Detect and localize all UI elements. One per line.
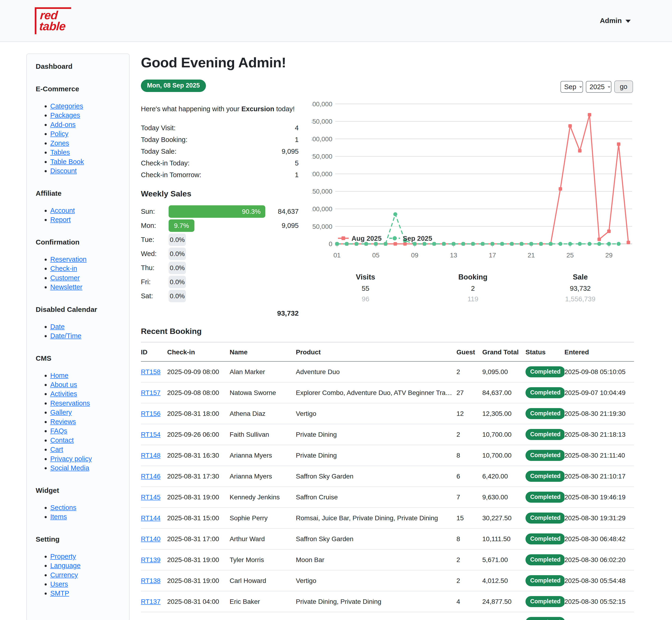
sidebar-list-item: Discount (50, 167, 125, 174)
chart-column: Sep 2025 go 050,000100,000150,000200,000… (312, 80, 634, 317)
sidebar-link-sections[interactable]: Sections (50, 504, 76, 511)
x-axis-label: 17 (489, 252, 496, 259)
table-header-row: ID Check-in Name Product Guest Grand Tot… (141, 342, 634, 361)
sidebar-link-date[interactable]: Date (50, 323, 64, 330)
booking-id-link[interactable]: RT146 (141, 473, 160, 480)
sidebar-link-contact[interactable]: Contact (50, 436, 74, 444)
admin-menu[interactable]: Admin (600, 17, 631, 24)
sidebar-item-dashboard[interactable]: Dashboard (36, 62, 125, 70)
sidebar-link-smtp[interactable]: SMTP (50, 589, 69, 597)
sidebar-link-policy[interactable]: Policy (50, 130, 68, 138)
cell-name: Kennedy Jenkins (230, 487, 296, 508)
sidebar-link-gallery[interactable]: Gallery (50, 409, 72, 416)
booking-id-link[interactable]: RT136 (141, 619, 160, 620)
sidebar-link-tables[interactable]: Tables (50, 149, 70, 156)
sidebar-link-account[interactable]: Account (50, 207, 75, 214)
month-select[interactable]: Sep (561, 81, 583, 93)
sidebar-link-privacy-policy[interactable]: Privacy policy (50, 455, 92, 463)
booking-id-link[interactable]: RT144 (141, 514, 160, 522)
cell-status: Completed (526, 528, 565, 549)
legend-aug-marker (341, 236, 345, 240)
summary-value: 55 (312, 285, 419, 293)
cell-guest: 2 (457, 424, 482, 445)
status-badge: Completed (526, 408, 565, 419)
sidebar-link-reservation[interactable]: Reservation (50, 256, 87, 263)
sidebar-link-faqs[interactable]: FAQs (50, 427, 67, 434)
status-badge: Completed (526, 575, 565, 586)
sidebar-link-newsletter[interactable]: Newsletter (50, 283, 83, 291)
weekly-bar-label: Mon: (141, 222, 169, 229)
weekly-bar-value: 84,637 (277, 208, 299, 215)
go-button[interactable]: go (614, 81, 633, 93)
cell-status: Completed (526, 570, 565, 591)
booking-id-link[interactable]: RT137 (141, 598, 160, 605)
sidebar-link-reviews[interactable]: Reviews (50, 418, 76, 425)
booking-id-link[interactable]: RT145 (141, 494, 160, 501)
data-point (364, 242, 368, 246)
booking-id-link[interactable]: RT139 (141, 556, 160, 563)
cell-product: Saffron Cruise (296, 487, 457, 508)
sidebar-link-packages[interactable]: Packages (50, 111, 80, 119)
sidebar-link-items[interactable]: Items (50, 513, 67, 520)
sidebar-link-reservations[interactable]: Reservations (50, 399, 90, 407)
data-point (490, 242, 494, 246)
intro-text: Here's what happening with your Excursio… (141, 105, 299, 113)
sidebar-link-table-book[interactable]: Table Book (50, 158, 84, 165)
booking-id-link[interactable]: RT140 (141, 535, 160, 542)
sidebar-link-check-in[interactable]: Check-in (50, 265, 77, 272)
weekly-bar-row-sat: Sat:0.0% (141, 290, 299, 302)
intro-prefix: Here's what happening with your (141, 105, 241, 113)
booking-id-link[interactable]: RT154 (141, 431, 160, 438)
sidebar-list-item: Users (50, 580, 125, 588)
sidebar-link-social-media[interactable]: Social Media (50, 464, 89, 472)
sidebar-link-date-time[interactable]: Date/Time (50, 332, 82, 340)
weekly-bar-zone: 0.0% (169, 234, 277, 246)
weekly-bar-row-tue: Tue:0.0% (141, 234, 299, 246)
year-select[interactable]: 2025 (586, 81, 612, 93)
table-row: RT1372025-08-31 04:00Eric BakerPrivate D… (141, 591, 634, 612)
sidebar-link-users[interactable]: Users (50, 580, 68, 588)
cell-name: Sophie Perry (230, 508, 296, 528)
cell-checkin: 2025-08-31 19:00 (167, 487, 230, 508)
cell-grand-total: 4,012.50 (482, 570, 526, 591)
cell-id: RT146 (141, 466, 167, 487)
left-column: Mon, 08 Sep 2025 Here's what happening w… (141, 80, 299, 317)
sidebar-link-zones[interactable]: Zones (50, 139, 69, 147)
sidebar-link-about-us[interactable]: About us (50, 381, 77, 389)
stat-value: 9,095 (282, 148, 299, 155)
data-point (510, 242, 514, 246)
booking-id-link[interactable]: RT148 (141, 452, 160, 459)
sidebar-list-item: Check-in (50, 265, 125, 272)
data-point (588, 113, 591, 116)
table-row: RT1562025-08-31 18:00Athena DiazVertigo1… (141, 403, 634, 424)
sidebar-list-item: Policy (50, 130, 125, 138)
sidebar-link-customer[interactable]: Customer (50, 274, 80, 281)
cell-product: Moon Bar (296, 549, 457, 570)
sidebar-link-currency[interactable]: Currency (50, 571, 78, 579)
sidebar-list-item: Cart (50, 446, 125, 453)
sidebar-link-discount[interactable]: Discount (50, 167, 77, 174)
sidebar-link-report[interactable]: Report (50, 216, 71, 223)
weekly-bar-label: Fri: (141, 278, 169, 286)
cell-status: Completed (526, 466, 565, 487)
cell-product: Private Dining (296, 424, 457, 445)
sidebar-link-cart[interactable]: Cart (50, 446, 63, 453)
booking-id-link[interactable]: RT157 (141, 389, 160, 396)
booking-id-link[interactable]: RT156 (141, 410, 160, 417)
booking-id-link[interactable]: RT158 (141, 368, 160, 375)
data-point (345, 242, 349, 246)
sidebar-section-header-affiliate: Affiliate (36, 189, 125, 197)
sidebar-link-activities[interactable]: Activities (50, 390, 77, 398)
data-point (549, 242, 553, 246)
sidebar-link-property[interactable]: Property (50, 553, 76, 560)
red-table-logo[interactable]: red table (35, 7, 71, 34)
sidebar-list: HomeAbout usActivitiesReservationsGaller… (36, 372, 125, 472)
sidebar-link-language[interactable]: Language (50, 562, 81, 569)
sidebar-link-categories[interactable]: Categories (50, 102, 83, 110)
sidebar-list-item: Property (50, 553, 125, 560)
cell-grand-total: 9,630.00 (482, 487, 526, 508)
sidebar-link-add-ons[interactable]: Add-ons (50, 121, 76, 128)
booking-id-link[interactable]: RT138 (141, 577, 160, 584)
sidebar-link-home[interactable]: Home (50, 372, 68, 379)
cell-product: Private Dining, Private Dining (296, 591, 457, 612)
